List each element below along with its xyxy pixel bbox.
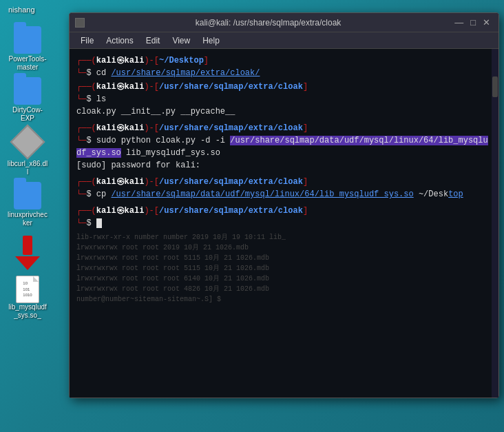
terminal-line-4: ┌──(kali㉿kali)-[/usr/share/sqlmap/extra/… [76,176,492,188]
prompt-user-5: kali㉿kali [96,206,145,216]
close-button[interactable]: ✕ [480,18,493,27]
terminal-output-3: [sudo] password for kali: [76,159,492,172]
terminal-titlebar: kali@kali: /usr/share/sqlmap/extra/cloak… [70,13,498,32]
terminal-icon [75,18,85,28]
menu-file[interactable]: File [75,34,99,47]
prompt-bracket-close-2: )-[ [144,82,159,92]
prompt-bracket-end-5: ] [303,206,308,216]
terminal-line-1: ┌──(kali㉿kali)-[~/Desktop] [76,54,492,67]
file-icon: 101011010 [16,276,39,303]
terminal-output-2: cloak.py __init__.py __pycache__ [76,105,492,118]
prompt-dash-3: └─ [76,136,86,145]
desktop-icon-lib-mysqludf[interactable]: 101011010 lib_mysqludf_sys.so_ [3,276,52,320]
prompt-bracket-end-1: ] [204,56,209,65]
prompt-bracket-3: ┌──( [76,123,96,133]
prompt-path-3: /usr/share/sqlmap/extra/cloak [159,123,303,133]
desktop-icon-label-libcurl: libcurl_x86.dll [8,160,48,176]
prompt-user-3: kali㉿kali [96,123,145,133]
terminal-cmd-line-5: └─$ [76,217,492,229]
cmd-2: ls [96,94,106,104]
cmd-path-4: /usr/share/sqlmap/data/udf/mysql/linux/6… [111,189,413,199]
scrollbar[interactable] [492,49,498,398]
prompt-path-5: /usr/share/sqlmap/extra/cloak [159,206,303,216]
dim-output-area: lib-rwxr-xr-x number number 2019 10月 19 … [76,232,492,305]
cmd-3a: sudo python cloak.py -d -i [96,136,230,145]
terminal-cmd-line-1: └─$ cd /usr/share/sqlmap/extra/cloak/ [76,67,492,79]
desktop-icon-libcurl[interactable]: libcurl_x86.dll [3,128,52,176]
prompt-bracket-1: ┌──( [76,56,96,65]
prompt-path-4: /usr/share/sqlmap/extra/cloak [159,177,303,187]
dim-line-3: lrwxrwxrwx root root root 5115 10月 21 10… [76,253,492,263]
prompt-dash-5: └─ [76,218,86,228]
dim-line-7: number@number~siteman-siteman~.S] $ [76,294,492,305]
prompt-bracket-end-3: ] [303,123,308,133]
terminal-content[interactable]: ┌──(kali㉿kali)-[~/Desktop] └─$ cd /usr/s… [70,49,498,398]
terminal-line-2: ┌──(kali㉿kali)-[/usr/share/sqlmap/extra/… [76,81,492,93]
terminal-cmd-line-3: └─$ sudo python cloak.py -d -i /usr/shar… [76,134,492,159]
prompt-bracket-close-3: )-[ [144,123,159,133]
restore-button[interactable]: □ [468,18,479,27]
prompt-bracket-close-5: )-[ [144,206,159,216]
menu-view[interactable]: View [167,34,196,47]
terminal-cmd-line-2: └─$ ls [76,93,492,105]
dim-line-2: lrwxrwxrwx root root 2019 10月 21 1026.md… [76,243,492,253]
desktop: nishang PowerTools-master DirtyCow-EXP l… [0,0,504,432]
terminal-window: kali@kali: /usr/share/sqlmap/extra/cloak… [69,12,499,398]
prompt-dollar-5: $ [86,218,96,228]
desktop-icon-powertools[interactable]: PowerTools-master [3,26,52,72]
arrow-indicator [14,236,41,270]
prompt-bracket-4: ┌──( [76,177,96,187]
dim-line-1: lib-rwxr-xr-x number number 2019 10月 19 … [76,232,492,243]
menu-actions[interactable]: Actions [101,34,138,47]
terminal-title: kali@kali: /usr/share/sqlmap/extra/cloak [85,18,452,28]
desktop-icon-label-powertools: PowerTools-master [8,55,46,72]
dim-line-6: lrwxrwxrwx root root root 4826 10月 21 10… [76,284,492,294]
minimize-button[interactable]: — [452,18,466,27]
folder-icon [14,77,41,105]
folder-icon [14,26,41,54]
prompt-bracket-2: ┌──( [76,82,96,92]
cmd-path-1: /usr/share/sqlmap/extra/cloak/ [111,68,260,78]
cmd-4a: cp [96,189,112,199]
prompt-bracket-end-4: ] [303,177,308,187]
terminal-cmd-line-4: └─$ cp /usr/share/sqlmap/data/udf/mysql/… [76,188,492,200]
prompt-bracket-5: ┌──( [76,206,96,216]
cmd-path-4b: top [448,189,463,199]
prompt-path-2: /usr/share/sqlmap/extra/cloak [159,82,303,92]
folder-icon [14,182,41,209]
output-text-2: cloak.py __init__.py __pycache__ [76,107,235,116]
prompt-dollar-4: $ [86,189,96,199]
desktop-icon-label-linuxprivchecker: linuxprivchecker [8,211,48,227]
desktop-icon-label-lib-mysqludf: lib_mysqludf_sys.so_ [8,303,47,320]
terminal-controls: — □ ✕ [452,18,493,27]
prompt-dollar-3: $ [86,136,96,145]
diamond-icon [10,125,45,160]
desktop-icon-dirtycow[interactable]: DirtyCow-EXP [3,77,52,123]
prompt-user-1: kali㉿kali [96,56,145,65]
terminal-menubar: File Actions Edit View Help [70,32,498,49]
arrow-shaft [23,236,32,255]
cursor [96,218,102,228]
cmd-1: cd [96,68,112,78]
dim-line-5: lrwxrwxrwx root root root 6140 10月 21 10… [76,274,492,284]
dim-line-4: lrwxrwxrwx root root root 5115 10月 21 10… [76,263,492,274]
scroll-thumb[interactable] [492,76,498,97]
prompt-dash-2: └─ [76,94,86,104]
prompt-bracket-close-1: )-[ [144,56,159,65]
prompt-path-1: ~/Desktop [159,56,204,65]
desktop-icon-label-dirtycow: DirtyCow-EXP [12,106,43,123]
terminal-line-5: ┌──(kali㉿kali)-[/usr/share/sqlmap/extra/… [76,205,492,217]
output-sudo: [sudo] password for kali: [76,161,200,170]
prompt-dash-1: └─ [76,68,86,78]
prompt-dollar-2: $ [86,94,96,104]
menu-help[interactable]: Help [197,34,225,47]
prompt-dollar-1: $ [86,68,96,78]
prompt-user-4: kali㉿kali [96,177,145,187]
desktop-icon-linuxprivchecker[interactable]: linuxprivchecker [3,182,52,227]
prompt-bracket-end-2: ] [303,82,308,92]
menu-edit[interactable]: Edit [140,34,166,47]
prompt-bracket-close-4: )-[ [144,177,159,187]
prompt-user-2: kali㉿kali [96,82,145,92]
terminal-line-3: ┌──(kali㉿kali)-[/usr/share/sqlmap/extra/… [76,122,492,134]
prompt-dash-4: └─ [76,189,86,199]
